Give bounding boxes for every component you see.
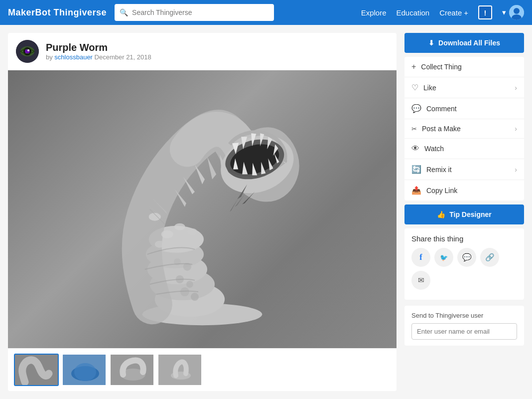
share-section: Share this thing f 🐦 💬 🔗 ✉	[404, 228, 524, 300]
main-content: Purple Worm by schlossbauer December 21,…	[0, 25, 532, 399]
post-make-arrow-icon: ›	[515, 125, 517, 133]
tip-designer-button[interactable]: 👍 Tip Designer	[404, 204, 524, 224]
user-area[interactable]: ▾	[502, 5, 524, 20]
remix-action[interactable]: 🔄 Remix it ›	[404, 159, 524, 180]
svg-point-6	[25, 49, 30, 54]
search-input[interactable]	[132, 8, 269, 16]
create-plus-icon: +	[464, 8, 468, 17]
nav-create[interactable]: Create +	[439, 8, 468, 17]
header: MakerBot Thingiverse 🔍 Explore Education…	[0, 0, 532, 25]
comment-icon: 💬	[411, 104, 421, 113]
download-icon: ⬇	[428, 39, 434, 47]
svg-point-23	[187, 228, 197, 235]
thing-title-area: Purple Worm by schlossbauer December 21,…	[46, 42, 151, 61]
search-icon: 🔍	[120, 8, 128, 16]
remix-arrow-icon: ›	[515, 166, 517, 174]
logo-maker: MakerBot	[8, 7, 54, 17]
main-image	[8, 70, 397, 348]
creature-illustration	[66, 84, 338, 334]
post-make-label: Post a Make	[422, 125, 510, 133]
link-icon: 🔗	[485, 253, 495, 262]
whatsapp-icon: 💬	[462, 253, 472, 262]
svg-point-22	[155, 241, 165, 248]
svg-rect-46	[158, 355, 202, 386]
tip-icon: 👍	[437, 210, 445, 218]
search-bar: 🔍	[115, 4, 274, 21]
collect-action[interactable]: + Collect Thing	[404, 57, 524, 77]
thing-header: Purple Worm by schlossbauer December 21,…	[8, 33, 397, 70]
svg-point-20	[161, 230, 173, 238]
nav-explore[interactable]: Explore	[361, 8, 387, 17]
comment-label: Comment	[426, 105, 517, 113]
action-list: + Collect Thing ♡ Like › 💬 Comment ✂ Pos…	[404, 57, 524, 200]
main-image-bg	[8, 70, 397, 348]
svg-point-1	[514, 8, 520, 14]
thumbnail-4[interactable]	[157, 354, 202, 386]
svg-point-7	[27, 49, 29, 51]
thing-author: by schlossbauer December 21, 2018	[46, 53, 151, 61]
copy-link-action[interactable]: 📤 Copy Link	[404, 180, 524, 200]
post-make-icon: ✂	[411, 125, 417, 133]
svg-point-16	[180, 287, 189, 296]
collect-label: Collect Thing	[421, 63, 517, 71]
share-facebook-button[interactable]: f	[411, 248, 430, 267]
send-label: Send to Thingiverse user	[411, 312, 517, 319]
logo: MakerBot Thingiverse	[8, 7, 107, 18]
copy-link-label: Copy Link	[426, 187, 517, 195]
remix-icon: 🔄	[411, 165, 421, 174]
email-icon: ✉	[418, 276, 424, 285]
send-input[interactable]	[411, 323, 517, 340]
share-email-button[interactable]: ✉	[411, 271, 430, 290]
avatar	[509, 5, 524, 20]
svg-point-43	[74, 363, 96, 381]
author-link[interactable]: schlossbauer	[54, 53, 93, 61]
notification-button[interactable]: !	[478, 5, 492, 19]
watch-label: Watch	[424, 145, 517, 153]
logo-thingiverse: Thingiverse	[54, 7, 107, 17]
facebook-icon: f	[419, 253, 422, 262]
share-twitter-button[interactable]: 🐦	[434, 248, 453, 267]
comment-action[interactable]: 💬 Comment	[404, 98, 524, 119]
share-icons: f 🐦 💬 🔗 ✉	[411, 248, 517, 290]
share-title: Share this thing	[411, 234, 517, 243]
nav-education[interactable]: Education	[396, 8, 429, 17]
dropdown-arrow-icon: ▾	[502, 8, 506, 17]
right-panel: ⬇ Download All Files + Collect Thing ♡ L…	[404, 33, 524, 391]
remix-label: Remix it	[426, 166, 510, 174]
svg-point-17	[191, 293, 199, 301]
author-avatar	[16, 40, 39, 63]
thumbnail-3[interactable]	[110, 354, 154, 386]
download-button[interactable]: ⬇ Download All Files	[404, 33, 524, 53]
header-nav: Explore Education Create + ! ▾	[361, 5, 524, 20]
twitter-icon: 🐦	[440, 254, 448, 261]
collect-icon: +	[411, 62, 416, 71]
svg-point-15	[186, 281, 193, 288]
share-link-button[interactable]: 🔗	[480, 248, 499, 267]
share-whatsapp-button[interactable]: 💬	[457, 248, 476, 267]
post-make-action[interactable]: ✂ Post a Make ›	[404, 119, 524, 139]
thing-title: Purple Worm	[46, 42, 151, 53]
watch-icon: 👁	[411, 144, 419, 153]
thumbnails	[8, 348, 397, 391]
send-section: Send to Thingiverse user	[404, 306, 524, 346]
like-action[interactable]: ♡ Like ›	[404, 77, 524, 98]
thumbnail-1[interactable]	[14, 354, 59, 386]
like-label: Like	[423, 84, 510, 92]
like-arrow-icon: ›	[515, 84, 517, 92]
like-icon: ♡	[411, 83, 418, 92]
left-panel: Purple Worm by schlossbauer December 21,…	[8, 33, 397, 391]
copy-link-icon: 📤	[411, 186, 421, 195]
thumbnail-2[interactable]	[62, 354, 107, 386]
svg-point-21	[174, 223, 185, 230]
watch-action[interactable]: 👁 Watch	[404, 139, 524, 159]
